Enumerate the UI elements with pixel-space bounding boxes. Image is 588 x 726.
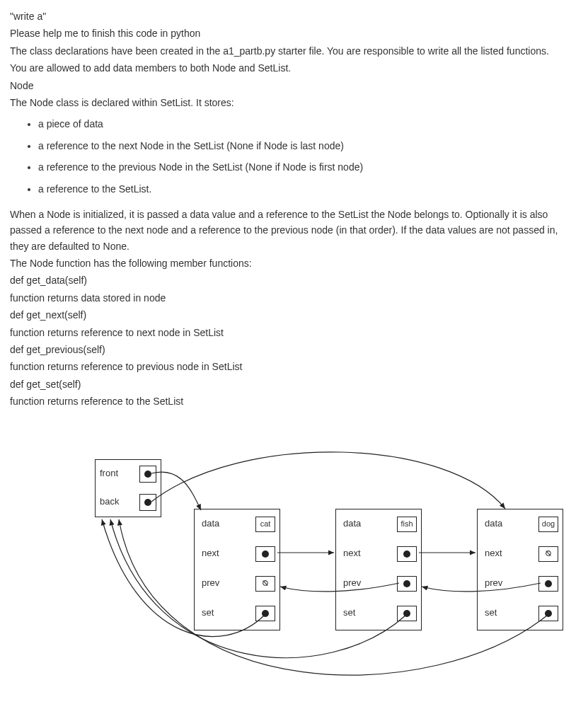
data-value: cat [255,517,275,532]
bullet-item: a reference to the next Node in the SetL… [38,138,578,154]
bullet-item: a piece of data [38,116,578,132]
data-value: dog [538,517,558,532]
pointer-dot-icon [403,580,410,587]
next-pointer [255,546,275,562]
data-label: data [202,517,219,531]
text-line: You are allowed to add data members to b… [10,60,578,76]
pointer-dot-icon [545,580,552,587]
data-label: data [485,517,502,531]
node-box: data cat next prev ⦰ set [194,509,280,630]
text-line: Node [10,78,578,93]
next-label: next [343,546,361,561]
text-line: def get_data(self) [10,272,578,288]
front-pointer [139,466,156,483]
set-pointer [255,606,275,621]
text-line: The Node class is declared within SetLis… [10,95,578,110]
next-label: next [485,546,502,561]
back-pointer [139,494,156,511]
set-label: set [485,606,497,621]
data-value: fish [397,517,417,532]
null-icon: ⦰ [546,547,552,560]
prev-pointer [397,576,417,592]
text-line: Please help me to finish this code in py… [10,25,578,41]
pointer-dot-icon [262,551,269,558]
text-line: The Node function has the following memb… [10,255,578,271]
text-line: function returns reference to next node … [10,325,578,340]
back-label: back [100,495,119,509]
text-line: function returns reference to the SetLis… [10,393,578,409]
pointer-dot-icon [403,610,410,617]
text-line: def get_previous(self) [10,342,578,357]
front-label: front [100,466,118,481]
prev-label: prev [202,576,219,591]
bullet-item: a reference to the previous Node in the … [38,159,578,175]
prev-label: prev [343,576,361,591]
prev-pointer [538,576,558,592]
node-box: data dog next ⦰ prev set [477,509,563,630]
linked-list-diagram: front back data cat next prev ⦰ set data [10,445,576,714]
text-line: def get_set(self) [10,376,578,392]
pointer-dot-icon [545,610,552,617]
bullet-item: a reference to the SetList. [38,181,578,197]
next-label: next [202,546,219,561]
set-label: set [343,606,355,621]
pointer-dot-icon [144,471,151,478]
setlist-box: front back [95,459,161,517]
text-line: The class declarations have been created… [10,43,578,59]
pointer-dot-icon [144,499,151,506]
bullet-list: a piece of data a reference to the next … [10,116,578,197]
text-line: def get_next(self) [10,307,578,323]
pointer-dot-icon [403,551,410,558]
node-box: data fish next prev set [335,509,422,630]
text-line: function returns reference to previous n… [10,359,578,374]
text-line: function returns data stored in node [10,290,578,306]
prev-label: prev [485,576,502,591]
text-line: "write a" [10,8,578,24]
null-icon: ⦰ [263,577,269,590]
next-pointer [397,546,417,562]
text-line: When a Node is initialized, it is passed… [10,207,578,254]
next-pointer: ⦰ [538,546,558,562]
prev-pointer: ⦰ [255,576,275,592]
set-pointer [397,606,417,621]
set-label: set [202,606,214,621]
pointer-dot-icon [262,610,269,617]
data-label: data [343,517,361,531]
set-pointer [538,606,558,621]
